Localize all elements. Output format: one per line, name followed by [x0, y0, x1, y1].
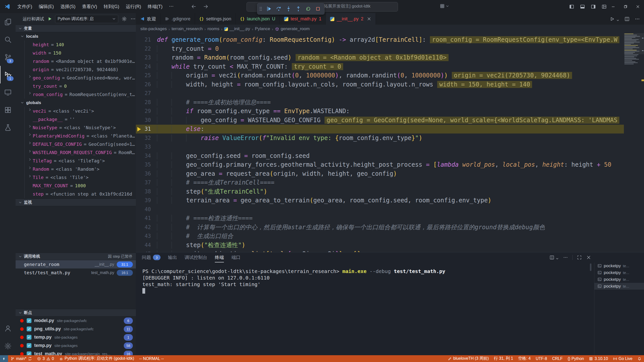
activity-item-search[interactable] [0, 31, 16, 48]
code-editor[interactable]: 2021def generate_room(room_config: RoomR… [136, 33, 624, 252]
code-line-40[interactable]: 40 [136, 205, 624, 214]
code-line-41[interactable]: 41 # ====检查连通性==== [136, 214, 624, 223]
watch-section-header[interactable]: 监视 [16, 199, 136, 206]
debug-toolbar-grip[interactable] [259, 5, 263, 13]
activity-item-scm[interactable]: 3 [0, 48, 16, 66]
code-line-20[interactable]: 20 [136, 33, 624, 35]
git-branch[interactable]: main* [8, 355, 34, 362]
terminal-list-item[interactable]: pocketpyte... [594, 283, 644, 290]
maximize-icon[interactable] [577, 255, 582, 260]
python-version[interactable]: 3.10.10 [586, 355, 610, 362]
sidebar-more-actions-button[interactable] [130, 16, 136, 22]
menu-item[interactable]: ⋯ [166, 2, 177, 11]
breakpoint-row[interactable]: model.pysite-packages\wfc6 [16, 316, 136, 325]
terminal-scrollbar[interactable] [590, 263, 591, 271]
sidebar-right-icon[interactable] [591, 4, 596, 9]
code-line-22[interactable]: 22 try_count = 0 [136, 44, 624, 53]
variables-section-header[interactable]: 变量 [16, 25, 136, 32]
breakpoints-section-header[interactable]: 断点 [16, 309, 136, 316]
forward-icon[interactable] [203, 4, 209, 9]
activity-item-debug[interactable]: 1 [0, 66, 16, 83]
menu-item[interactable]: 选择(S) [57, 2, 79, 11]
code-line-28[interactable]: 28 # ====生成初始地理信息==== [136, 98, 624, 107]
variable-row[interactable]: step=<function step at 0x1bf9cd216d [16, 190, 136, 198]
terminal-list-item[interactable]: pocketpyte... [594, 262, 644, 269]
split-icon[interactable] [624, 16, 630, 22]
go-live[interactable]: Go Live [611, 355, 635, 362]
breakpoint-checkbox[interactable] [27, 335, 31, 340]
variable-row[interactable]: geo_config=GeoConfig(seed=None, wor… [16, 74, 136, 82]
panel-tab-端口[interactable]: 端口 [231, 252, 240, 262]
tab-欢迎[interactable]: 欢迎 [136, 13, 160, 25]
remote-indicator[interactable] [0, 355, 8, 362]
call-stack-section-header[interactable]: 调用堆栈 因 step 已暂停 [16, 253, 136, 260]
debug-session[interactable]: Python 调试程序: 启动文件 (godot-ldtk) [57, 355, 137, 362]
gitlens-author[interactable]: blueloveTH (3 周前) [445, 355, 491, 362]
variable-row[interactable]: DEFAULT_GEO_CONFIG=GeoConfig(seed=1… [16, 140, 136, 148]
menu-item[interactable]: 运行(R) [123, 2, 144, 11]
chevron-down-icon[interactable] [556, 257, 559, 260]
variable-row[interactable]: Tile=<class 'Tile'> [16, 173, 136, 182]
activity-item-extensions[interactable] [0, 101, 16, 119]
code-line-32[interactable]: 32 raise ValueError(f"Invalid env type: … [136, 133, 624, 143]
tab-launch.json[interactable]: {}launch.jsonU [236, 13, 280, 25]
language-mode[interactable]: {} Python [565, 355, 587, 362]
code-line-34[interactable]: 34 geo_config.seed = room_config.seed [136, 151, 624, 160]
breakpoint-row[interactable]: test_math.pysite-packages\terrain_res...… [16, 350, 136, 355]
code-line-38[interactable]: 38 step("生成TerrainCell") [136, 187, 624, 196]
breakpoint-row[interactable]: png_utils.pysite-packages\wfc11 [16, 325, 136, 333]
more-icon[interactable] [635, 16, 640, 22]
back-icon[interactable] [191, 4, 196, 9]
code-line-45[interactable]: 45 exit_combinations:list[tuple[vec2i, v… [136, 250, 624, 252]
activity-item-files[interactable] [0, 13, 16, 31]
code-line-29[interactable]: 29 if room_config.env_type == EnvType.WA… [136, 107, 624, 116]
close-icon[interactable] [586, 255, 591, 260]
grid-icon[interactable] [440, 4, 445, 9]
code-line-23[interactable]: 23 random = Random(room_config.seed)rand… [136, 53, 624, 62]
variable-row[interactable]: NoiseType=<class 'NoiseType'> [16, 123, 136, 132]
activity-item-account[interactable] [0, 320, 16, 337]
menu-item[interactable]: 查看(V) [79, 2, 100, 11]
close-tab-icon[interactable] [367, 17, 371, 21]
panel-bottom-icon[interactable] [580, 4, 585, 9]
sidebar-left-icon[interactable] [569, 4, 574, 9]
code-line-36[interactable]: 36 geo_area = request_area(origin, width… [136, 169, 624, 178]
breakpoint-row[interactable]: temp.pysite-packages1 [16, 333, 136, 341]
debug-config-dropdown[interactable]: Python 调试程序: 启 [55, 15, 118, 23]
breakpoint-checkbox[interactable] [27, 327, 31, 331]
vim-mode[interactable]: -- NORMAL -- [137, 355, 166, 362]
debug-settings-gear-button[interactable] [122, 16, 127, 22]
breadcrumb-item[interactable]: __init__.py [224, 26, 250, 31]
encoding[interactable]: UTF-8 [533, 355, 549, 362]
step-over-button[interactable] [274, 5, 283, 13]
variable-scope-locals[interactable]: locals [16, 32, 136, 40]
eol[interactable]: CRLF [550, 355, 565, 362]
code-line-25[interactable]: 25 origin = vec2i(random.randint(0, 1000… [136, 71, 624, 80]
problems[interactable]: 30 [34, 355, 57, 362]
terminal-list-item[interactable]: pocketpyte... [594, 276, 644, 283]
restart-button[interactable] [304, 5, 312, 13]
breakpoint-checkbox[interactable] [27, 318, 31, 323]
code-line-31[interactable]: 31 else: [136, 125, 624, 134]
breakpoint-checkbox[interactable] [27, 351, 31, 355]
menu-item[interactable]: 文件(F) [14, 2, 35, 11]
activity-item-gear[interactable] [0, 337, 16, 355]
variable-row[interactable]: Random=<class 'Random'> [16, 165, 136, 173]
panel-tab-调试控制台[interactable]: 调试控制台 [185, 252, 207, 262]
indentation[interactable]: 空格: 4 [516, 355, 533, 362]
breakpoint-checkbox[interactable] [27, 343, 31, 348]
menu-item[interactable]: 编辑(E) [35, 2, 57, 11]
play-outline-icon[interactable] [610, 16, 615, 22]
code-line-21[interactable]: 21def generate_room(room_config: RoomReq… [136, 35, 624, 44]
activity-item-flask[interactable] [0, 119, 16, 136]
breadcrumb-item[interactable]: generate_room [275, 26, 310, 31]
step-into-button[interactable] [284, 5, 293, 13]
breadcrumb[interactable]: site-packages›terrain_research›rooms›__i… [136, 25, 644, 33]
cursor-position[interactable]: 行 31, 列 1 [491, 355, 515, 362]
variable-row[interactable]: try_count=0 [16, 82, 136, 90]
code-line-30[interactable]: 30 geo_config = WASTELAND_GEO_CONFIGgeo_… [136, 116, 624, 125]
terminal-list-item[interactable]: pocketpyte... [594, 269, 644, 276]
code-line-43[interactable]: 43 # 生成出口组合 [136, 232, 624, 241]
breadcrumb-item[interactable]: terrain_research [172, 26, 203, 31]
activity-item-monitor[interactable] [0, 83, 16, 101]
